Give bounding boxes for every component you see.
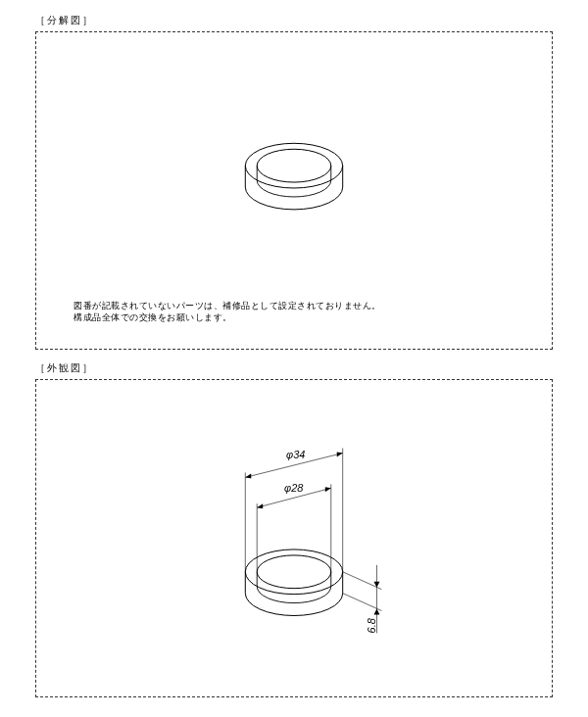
svg-line-14 xyxy=(343,572,382,590)
inner-diameter-label: φ28 xyxy=(284,482,304,494)
svg-marker-12 xyxy=(257,503,263,508)
appearance-view-label: ［外観図］ xyxy=(35,361,553,375)
exploded-view-panel: 図番が記載されていないパーツは、補修品として設定されておりません。 構成品全体で… xyxy=(35,31,553,350)
svg-line-15 xyxy=(343,594,382,611)
svg-marker-13 xyxy=(325,487,331,492)
note-line-1: 図番が記載されていないパーツは、補修品として設定されておりません。 xyxy=(74,301,381,311)
ring-appearance-drawing: φ34 φ28 6.8 xyxy=(36,380,552,696)
appearance-view-panel: φ34 φ28 6.8 xyxy=(35,379,553,697)
svg-point-1 xyxy=(257,149,331,182)
svg-marker-7 xyxy=(245,473,251,478)
svg-marker-8 xyxy=(337,453,343,457)
svg-point-0 xyxy=(245,143,342,188)
outer-diameter-label: φ34 xyxy=(286,449,305,460)
svg-point-2 xyxy=(245,550,342,595)
svg-point-3 xyxy=(257,555,331,589)
note-line-2: 構成品全体での交換をお願いします。 xyxy=(74,312,232,322)
thickness-label: 6.8 xyxy=(366,617,377,633)
parts-note: 図番が記載されていないパーツは、補修品として設定されておりません。 構成品全体で… xyxy=(74,300,381,323)
exploded-view-label: ［分解図］ xyxy=(35,14,553,27)
